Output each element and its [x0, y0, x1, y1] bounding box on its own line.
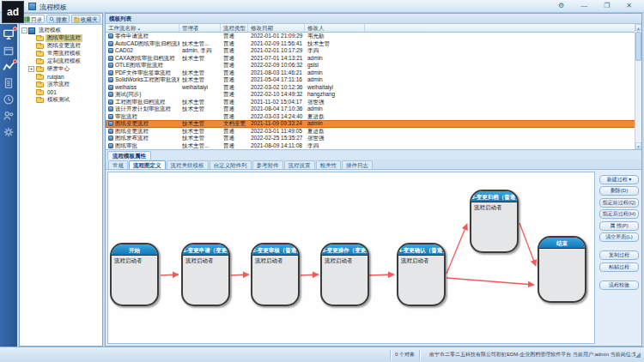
column-header-user[interactable]: 修改人: [305, 24, 365, 32]
tab-favorites[interactable]: 收藏夹: [71, 15, 100, 23]
column-header-type[interactable]: 流程类型: [221, 24, 248, 32]
activity-chart-icon[interactable]: [3, 61, 15, 73]
properties-tab[interactable]: 流程图定义: [129, 160, 166, 169]
minimize-icon[interactable]: —: [580, 2, 587, 10]
cell-user: 李四: [305, 47, 365, 55]
users-icon[interactable]: [3, 110, 15, 122]
tree-item[interactable]: 图纸审批流程: [20, 34, 102, 42]
properties-tab[interactable]: 自定义附件列: [210, 160, 252, 169]
cell-type: 普通: [221, 33, 248, 40]
tree-item[interactable]: + 研发中心: [20, 65, 102, 73]
table-row[interactable]: 图纸发布流程 技术主管 普通 2022-02-25 15:35:27 张世强: [106, 135, 641, 142]
side-button[interactable]: 删除(D): [599, 186, 639, 196]
table-row[interactable]: 测试(同步) 普通 2022-02-10 14:49:32 hangzhang: [106, 91, 641, 99]
tree-root[interactable]: - 流程模板: [20, 27, 102, 34]
tab-search[interactable]: 搜索: [46, 15, 70, 23]
side-button[interactable]: 新建过程 ▾: [599, 175, 639, 184]
properties-tab[interactable]: 相关性: [316, 160, 342, 169]
flow-node-actor: 流程启动者: [322, 256, 368, 267]
scroll-down-icon[interactable]: ▼: [635, 142, 641, 149]
table-row[interactable]: OTLE图纸审批流程 普通 2022-02-09 10:06:32 gslsl: [106, 62, 641, 69]
cell-date: 2021-02-09 11:56:41: [248, 40, 305, 48]
expand-toggle[interactable]: +: [28, 66, 34, 72]
column-header-manager[interactable]: 管理者: [179, 24, 221, 32]
cell-type: 普通: [221, 55, 248, 63]
cell-workflow-name: 工程图审批归档流程: [115, 99, 166, 106]
cell-user: admin: [305, 106, 365, 113]
folder-icon: [36, 59, 44, 64]
flow-node-change-confirm[interactable]: 4-变更确认（普通） 流程启动者: [397, 243, 446, 306]
expand-toggle[interactable]: -: [21, 27, 27, 33]
search-icon: [49, 16, 55, 22]
resize-grip[interactable]: ◢: [635, 352, 641, 359]
tree-item[interactable]: 定制流程模板: [20, 57, 102, 65]
properties-tab[interactable]: 操作日志: [342, 160, 373, 169]
cell-user: admin: [305, 55, 365, 63]
scrollbar-thumb[interactable]: [635, 32, 641, 61]
table-row[interactable]: PDF文件审批签章流程 技术主管 普通 2021-08-03 11:46:21 …: [106, 69, 641, 77]
folder-icon: [36, 98, 44, 103]
tree-item[interactable]: ruiqian: [20, 73, 102, 81]
tree-item[interactable]: 常用流程模板: [20, 50, 102, 57]
maximize-icon[interactable]: ❐: [604, 2, 610, 10]
tree-item-label: 图纸审批流程: [46, 34, 82, 42]
flow-node-change-operation[interactable]: 3-变更操作（变更者 流程启动者: [320, 243, 369, 306]
properties-tab[interactable]: 流程设置: [284, 160, 315, 169]
tab-catalog[interactable]: 目录: [21, 15, 45, 23]
document-icon[interactable]: [3, 77, 15, 89]
properties-tab[interactable]: 参考附件: [252, 160, 283, 169]
cell-manager: [179, 62, 221, 69]
flow-node-change-review[interactable]: 2-变更审核（普通） 流程启动者: [251, 243, 300, 306]
flow-node-end[interactable]: 结束: [538, 236, 586, 303]
monitor-icon[interactable]: [3, 28, 15, 40]
column-header-date[interactable]: 修改日期: [248, 24, 305, 32]
flow-node-start[interactable]: 开始 流程启动者: [110, 243, 159, 306]
cell-type: 普通: [221, 99, 248, 106]
table-row[interactable]: 审批流程 普通 2022-03-03 14:24:40 夏进磊: [106, 113, 641, 121]
clock-icon[interactable]: [3, 94, 15, 106]
cell-workflow-name: 测试(同步): [115, 91, 141, 99]
properties-tab[interactable]: 常规: [108, 160, 128, 169]
cell-manager: admin, 李四: [179, 47, 221, 55]
scroll-up-icon[interactable]: ▲: [635, 24, 641, 31]
side-button[interactable]: 粘贴过程: [599, 262, 639, 272]
side-button[interactable]: 属 性(P): [599, 221, 639, 231]
column-name-label: 工作流名称: [108, 25, 137, 31]
flow-node-change-request[interactable]: 1-变更申请（变更申 流程启动者: [181, 243, 230, 306]
tree-item-label: 001: [46, 89, 58, 95]
properties-tab[interactable]: 流程关联模板: [167, 160, 209, 169]
table-row[interactable]: 工程图审批归档流程 技术主管 普通 2021-11-02 15:04:17 张世…: [106, 99, 641, 106]
tree-item[interactable]: 001: [20, 88, 102, 96]
properties-title[interactable]: 流程模板属性: [107, 151, 151, 160]
table-row[interactable]: 图纸变更流程 技术主管 文档变更 2021-11-09 09:33:24 adm…: [106, 120, 641, 128]
tree-item[interactable]: 图纸变更流程: [20, 42, 102, 50]
gear-icon[interactable]: [3, 126, 15, 138]
side-button[interactable]: 指定后过程(H): [599, 209, 639, 219]
column-header-name[interactable]: 工作流名称▴: [106, 24, 179, 32]
side-button[interactable]: 指定前过程(Q): [599, 198, 639, 208]
tree-item[interactable]: 演示流程: [20, 81, 102, 88]
flow-node-change-archive[interactable]: 5-变更归档（普通） 流程启动者: [470, 190, 519, 253]
table-row[interactable]: AutoCAD图纸审批归档流程 技术主管... 普通 2021-02-09 11…: [106, 40, 641, 48]
cell-manager: 技术主管: [179, 69, 221, 77]
table-row[interactable]: CAXA图纸审批归档流程 技术主管 普通 2021-07-01 14:13:21…: [106, 55, 641, 63]
table-row[interactable]: 零件申请流程 普通 2022-01-01 21:09:29 韦光勋: [106, 33, 641, 40]
cell-workflow-name: 图纸变更流程: [115, 120, 149, 128]
tree-item[interactable]: 模板测试: [20, 96, 102, 104]
side-button[interactable]: 流程校验: [599, 281, 639, 290]
tree-item-label: ruiqian: [46, 74, 66, 80]
table-scrollbar[interactable]: ▲ ▼: [635, 24, 641, 149]
side-button[interactable]: 清空界面(L): [599, 232, 639, 242]
table-row[interactable]: 图纸变更流程 技术主管 普通 2022-03-01 11:49:05 夏进磊: [106, 128, 641, 136]
table-row[interactable]: weihaiss weihaitaiyi 普通 2022-03-02 10:12…: [106, 84, 641, 92]
settings-icon[interactable]: ⚙: [558, 2, 564, 10]
cell-manager: 技术主管...: [179, 142, 221, 150]
table-row[interactable]: CAD02 admin, 李四 普通 2021-02-01 10:17:29 李…: [106, 47, 641, 55]
side-button[interactable]: 复制过程: [599, 250, 639, 260]
close-icon[interactable]: ✕: [626, 2, 632, 10]
package-icon[interactable]: [3, 45, 15, 57]
table-row[interactable]: 设计开发计划审批流程 技术主管 普通 2021-08-04 17:10:36 a…: [106, 106, 641, 113]
table-row[interactable]: 图纸审批 技术主管... 普通 2021-08-09 14:11:08 李四: [106, 142, 641, 150]
tree-root-label: 流程模板: [37, 27, 63, 34]
table-row[interactable]: SolidWorks工程图审批流程 技术主管 普通 2021-05-04 17:…: [106, 76, 641, 84]
